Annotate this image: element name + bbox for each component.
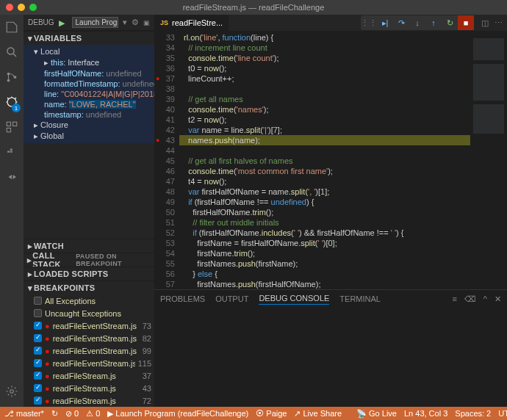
tab-filename: readFileStre... <box>172 18 223 27</box>
sidebar: DEBUG ▶ Launch Program ▾ ⚙ ▣ ▾VARIABLES … <box>24 15 154 407</box>
breakpoints-header[interactable]: ▾BREAKPOINTS <box>24 281 154 294</box>
svg-point-4 <box>7 98 16 106</box>
status-sync[interactable]: ↻ <box>51 409 58 419</box>
status-encoding[interactable]: UTF-8 <box>498 409 507 418</box>
close-panel-icon[interactable]: ✕ <box>495 294 501 304</box>
breakpoint-item[interactable]: ●readFileStream.js72 <box>24 394 154 407</box>
debug-console-body[interactable] <box>154 308 507 407</box>
debug-settings-icon[interactable]: ⚙ <box>132 18 139 27</box>
svg-point-11 <box>10 390 14 394</box>
more-actions-icon[interactable]: ⋯ <box>495 18 503 28</box>
breakpoint-item[interactable]: ●readFileEventStream.js82 <box>24 332 154 344</box>
bp-all-exceptions[interactable]: All Exceptions <box>24 294 154 307</box>
restart-icon[interactable]: ↻ <box>442 15 458 30</box>
svg-rect-7 <box>7 128 10 132</box>
svg-rect-8 <box>7 151 10 153</box>
maximize-window[interactable] <box>29 4 37 11</box>
continue-icon[interactable]: ▸| <box>377 15 393 30</box>
tab-problems[interactable]: PROBLEMS <box>160 294 205 303</box>
tab-terminal[interactable]: TERMINAL <box>339 294 381 303</box>
svg-point-2 <box>7 79 10 82</box>
svg-rect-10 <box>10 149 12 151</box>
js-file-icon: JS <box>160 19 168 26</box>
variables-header[interactable]: ▾VARIABLES <box>24 32 154 45</box>
docker-icon[interactable] <box>5 145 18 160</box>
debug-label: DEBUG <box>28 18 54 26</box>
step-over-icon[interactable]: ↷ <box>393 15 409 30</box>
start-debug-icon[interactable]: ▶ <box>59 18 68 27</box>
var-firsthalf[interactable]: firstHalfOfName: undefined <box>24 68 154 79</box>
var-formatted[interactable]: formattedTimestamp: undefined <box>24 79 154 89</box>
svg-rect-5 <box>7 122 10 126</box>
status-launch[interactable]: ▶ Launch Program (readFileChallenge) <box>107 409 248 419</box>
scope-closure[interactable]: ▸ Closure <box>24 120 154 131</box>
liveshare-icon[interactable] <box>5 170 18 185</box>
bp-uncaught-exceptions[interactable]: Uncaught Exceptions <box>24 307 154 319</box>
status-branch[interactable]: ⎇ master* <box>4 409 44 419</box>
close-window[interactable] <box>6 4 13 11</box>
loaded-header[interactable]: ▸LOADED SCRIPTS <box>24 267 154 280</box>
svg-rect-6 <box>13 122 17 126</box>
filter-icon[interactable]: ≡ <box>452 294 456 304</box>
breakpoint-item[interactable]: ●readFileStream.js37 <box>24 369 154 382</box>
debug-config-dropdown-icon[interactable]: ▾ <box>123 18 127 27</box>
breakpoint-item[interactable]: ●readFileEventStream.js99 <box>24 344 154 357</box>
debug-console-icon[interactable]: ▣ <box>143 19 150 26</box>
debug-icon[interactable] <box>5 95 18 110</box>
debug-config-select[interactable]: Launch Program <box>72 17 118 28</box>
svg-point-0 <box>7 48 14 54</box>
var-this[interactable]: ▸ this: Interface <box>24 57 154 68</box>
clear-console-icon[interactable]: ⌫ <box>464 294 476 304</box>
status-golive[interactable]: 📡 Go Live <box>356 409 397 419</box>
var-name[interactable]: name: "LOWE, RACHEL" <box>24 99 154 109</box>
activity-bar <box>0 15 24 407</box>
settings-icon[interactable] <box>5 385 18 399</box>
status-liveshare[interactable]: ↗ Live Share <box>294 409 342 419</box>
explorer-icon[interactable] <box>5 21 18 35</box>
step-out-icon[interactable]: ↑ <box>425 15 442 30</box>
svg-rect-9 <box>10 151 12 153</box>
debug-toolbar: ⋮⋮ ▸| ↷ ↓ ↑ ↻ ■ <box>361 15 474 30</box>
split-editor-icon[interactable]: ◫ <box>481 18 489 28</box>
status-paige[interactable]: ⦿ Paige <box>256 409 287 418</box>
line-gutter[interactable]: 33343536●373839404142●434445464748495051… <box>154 31 179 289</box>
stop-icon[interactable]: ■ <box>458 15 474 30</box>
var-timestamp[interactable]: timestamp: undefined <box>24 109 154 120</box>
search-icon[interactable] <box>5 46 18 60</box>
bottom-panel: PROBLEMS OUTPUT DEBUG CONSOLE TERMINAL ≡… <box>154 289 507 407</box>
editor-tab[interactable]: JS readFileStre... <box>154 15 229 31</box>
tab-output[interactable]: OUTPUT <box>215 294 248 303</box>
scm-icon[interactable] <box>5 70 18 85</box>
step-into-icon[interactable]: ↓ <box>409 15 425 30</box>
code-editor[interactable]: rl.on('line', function(line) { // increm… <box>179 31 470 289</box>
breakpoint-item[interactable]: ●readFileEventStream.js115 <box>24 357 154 369</box>
status-spaces[interactable]: Spaces: 2 <box>455 409 491 418</box>
scope-global[interactable]: ▸ Global <box>24 131 154 142</box>
status-position[interactable]: Ln 43, Col 3 <box>404 409 447 418</box>
svg-point-1 <box>7 73 10 76</box>
breakpoint-item[interactable]: ●readFileStream.js43 <box>24 382 154 394</box>
scope-local[interactable]: ▾ Local <box>24 46 154 57</box>
status-bar: ⎇ master* ↻ ⊘ 0 ⚠ 0 ▶ Launch Program (re… <box>0 407 507 420</box>
status-warnings[interactable]: ⚠ 0 <box>86 409 100 419</box>
status-errors[interactable]: ⊘ 0 <box>65 409 79 419</box>
titlebar: readFileStream.js — readFileChallenge <box>0 0 507 15</box>
callstack-header[interactable]: ▸CALL STACKPAUSED ON BREAKPOINT <box>24 253 154 267</box>
maximize-panel-icon[interactable]: ^ <box>483 294 487 304</box>
minimize-window[interactable] <box>18 4 25 11</box>
tab-debug-console[interactable]: DEBUG CONSOLE <box>259 294 329 305</box>
drag-handle-icon[interactable]: ⋮⋮ <box>361 15 377 30</box>
window-title: readFileStream.js — readFileChallenge <box>183 3 325 12</box>
breakpoint-item[interactable]: ●readFileEventStream.js73 <box>24 319 154 332</box>
var-line[interactable]: line: "C00401224|A|M|G|P|201804059101545… <box>24 89 154 99</box>
extensions-icon[interactable] <box>5 120 18 135</box>
minimap[interactable] <box>470 31 507 289</box>
